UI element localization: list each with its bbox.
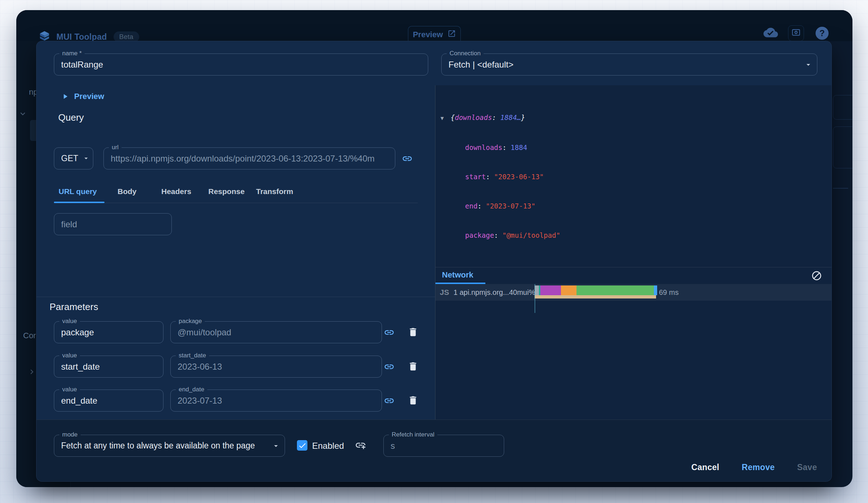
dialog-footer: mode Fetch at any time to always be avai… [37, 420, 832, 482]
network-section-divider [435, 267, 832, 267]
json-prop: start: "2023-06-13" [441, 172, 560, 182]
param-binding-field[interactable]: end_date 2023-07-13 [170, 390, 382, 412]
result-preview-panel: ▼{downloads: 1884…} downloads: 1884 star… [435, 85, 832, 420]
cloud-done-icon [763, 25, 778, 41]
waterfall-segment [561, 285, 576, 295]
param-name-field[interactable]: value start_date [54, 356, 163, 378]
app-settings-button[interactable] [788, 25, 804, 41]
url-input[interactable]: url https://api.npmjs.org/downloads/poin… [103, 147, 395, 169]
app-title: MUI Toolpad [56, 32, 107, 42]
tab-network[interactable]: Network [442, 270, 473, 280]
connection-select[interactable]: Connection Fetch | <default> [441, 53, 817, 76]
check-icon [298, 441, 307, 450]
refetch-interval-value: s [391, 435, 489, 456]
backdrop-panel-outline [833, 126, 852, 168]
waterfall-segment [654, 285, 657, 295]
waterfall-secondary-bar [535, 295, 656, 298]
request-waterfall-bar [535, 285, 657, 295]
help-button[interactable]: ? [814, 25, 830, 41]
param-name-value: package [61, 322, 149, 343]
json-prop: downloads: 1884 [441, 143, 560, 152]
header-preview-button[interactable]: Preview [408, 26, 461, 43]
gear-box-icon [791, 27, 801, 39]
clear-network-icon[interactable] [811, 270, 822, 283]
param-binding-value: 2023-06-13 [178, 356, 367, 377]
preview-expander[interactable]: Preview [61, 92, 104, 101]
app-header: MUI Toolpad Beta Preview [16, 10, 852, 41]
mode-select[interactable]: mode Fetch at any time to always be avai… [54, 435, 285, 457]
cancel-button[interactable]: Cancel [692, 463, 719, 472]
query-section-title: Query [58, 112, 84, 123]
query-field-input[interactable]: field [54, 213, 172, 235]
param-binding-value: 2023-07-13 [178, 390, 367, 411]
http-method-value: GET [61, 148, 82, 169]
bind-url-link-icon[interactable] [402, 153, 413, 165]
json-summary-line[interactable]: ▼{downloads: 1884…} [441, 113, 560, 123]
parameter-row: value package package @mui/toolpad [37, 321, 435, 343]
param-name-field[interactable]: value package [54, 321, 163, 343]
enabled-checkbox-label: Enabled [312, 441, 344, 451]
header-preview-label: Preview [413, 30, 443, 39]
url-input-value: https://api.npmjs.org/downloads/point/20… [111, 148, 380, 169]
chevron-down-icon [82, 154, 90, 164]
param-binding-field[interactable]: package @mui/toolpad [170, 321, 382, 343]
bind-param-link-icon[interactable] [384, 395, 395, 408]
query-field-placeholder: field [61, 214, 157, 235]
refetch-interval-input[interactable]: Refetch interval s [383, 435, 504, 457]
json-prop: package: "@mui/toolpad" [441, 231, 560, 240]
param-binding-field[interactable]: start_date 2023-06-13 [170, 356, 382, 378]
tab-response[interactable]: Response [208, 187, 244, 196]
parameters-divider [37, 297, 435, 297]
parameter-row: value end_date end_date 2023-07-13 [37, 390, 435, 412]
tab-body[interactable]: Body [118, 187, 137, 196]
help-icon: ? [816, 27, 829, 40]
json-prop: end: "2023-07-13" [441, 201, 560, 211]
play-arrow-icon [61, 93, 69, 100]
json-preview: ▼{downloads: 1884…} downloads: 1884 star… [441, 93, 560, 260]
chevron-down-icon [18, 109, 27, 120]
param-name-value: start_date [61, 356, 149, 377]
network-request-row[interactable]: JS 1 api.npmjs.org...40mui%2F 69 ms [435, 284, 832, 301]
param-name-value: end_date [61, 390, 149, 411]
delete-param-icon[interactable] [408, 361, 418, 373]
parameters-section-title: Parameters [50, 301, 98, 313]
query-editor-dialog: name * totalRange Connection Fetch | <de… [36, 41, 832, 482]
name-field-value: totalRange [61, 54, 413, 75]
delete-param-icon[interactable] [408, 327, 418, 339]
parameter-row: value start_date start_date 2023-06-13 [37, 356, 435, 378]
tab-url-query[interactable]: URL query [59, 187, 97, 196]
save-button[interactable]: Save [797, 463, 817, 472]
bind-param-link-icon[interactable] [384, 327, 395, 339]
waterfall-segment [540, 285, 561, 295]
mode-select-value: Fetch at any time to always be available… [61, 435, 270, 456]
param-binding-value: @mui/toolpad [178, 322, 367, 343]
preview-expander-label: Preview [74, 92, 104, 101]
timeline-marker [535, 284, 535, 313]
add-binding-link-icon[interactable] [355, 439, 366, 452]
param-name-field[interactable]: value end_date [54, 390, 163, 412]
enabled-checkbox[interactable] [297, 440, 307, 451]
open-in-new-icon [447, 29, 456, 40]
sidebar-connections-label: Cor [23, 331, 36, 340]
chevron-right-icon [27, 367, 37, 378]
tab-headers[interactable]: Headers [161, 187, 191, 196]
chevron-down-icon [804, 60, 813, 70]
chevron-down-icon [272, 442, 280, 452]
http-method-select[interactable]: GET [54, 147, 93, 169]
remove-button[interactable]: Remove [742, 463, 775, 472]
backdrop-divider [833, 188, 848, 189]
request-url-label: 1 api.npmjs.org...40mui%2F [454, 288, 544, 297]
tab-transform[interactable]: Transform [256, 187, 293, 196]
js-badge: JS [440, 288, 449, 297]
connection-select-value: Fetch | <default> [448, 54, 803, 75]
name-field[interactable]: name * totalRange [54, 53, 428, 76]
bind-param-link-icon[interactable] [384, 361, 395, 374]
delete-param-icon[interactable] [408, 395, 418, 407]
request-duration: 69 ms [659, 288, 678, 297]
tabs-divider [54, 203, 418, 203]
waterfall-segment [576, 285, 654, 295]
backdrop-panel-outline [833, 95, 852, 120]
